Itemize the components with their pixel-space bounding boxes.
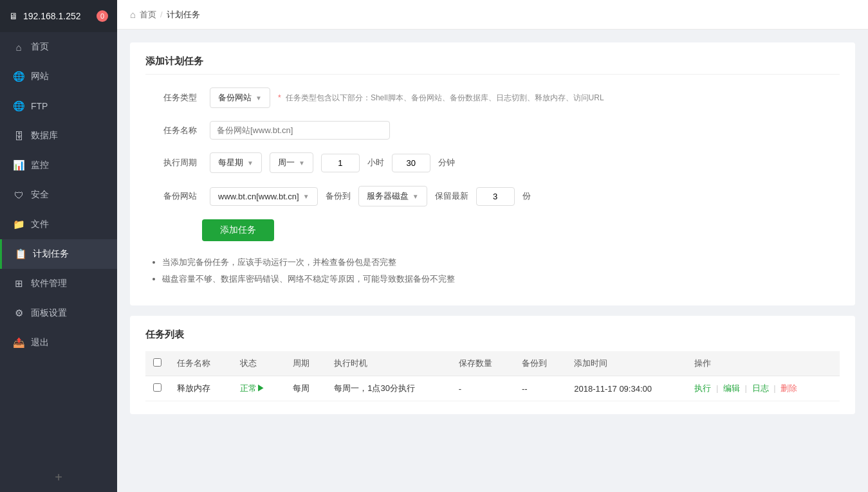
- backup-site-dropdown[interactable]: www.bt.cn[www.bt.cn] ▼: [210, 187, 318, 206]
- backup-site-row: 备份网站 www.bt.cn[www.bt.cn] ▼ 备份到 服务器磁盘 ▼ …: [145, 186, 840, 206]
- sidebar-item-label: 计划任务: [33, 248, 69, 260]
- select-all-checkbox[interactable]: [153, 358, 162, 367]
- database-icon: 🗄: [13, 131, 24, 141]
- website-icon: 🌐: [13, 71, 24, 82]
- sidebar-item-database[interactable]: 🗄 数据库: [0, 121, 117, 150]
- backup-site-value: www.bt.cn[www.bt.cn]: [218, 192, 299, 201]
- sidebar-item-website[interactable]: 🌐 网站: [0, 62, 117, 91]
- task-name-row: 任务名称: [145, 121, 840, 140]
- crontab-icon: 📋: [15, 248, 26, 260]
- keep-latest-input[interactable]: [476, 187, 515, 206]
- task-table: 任务名称 状态 周期 执行时机 保存数量 备份到 添加时间 操作: [145, 351, 840, 401]
- sidebar-item-label: 面板设置: [31, 307, 67, 319]
- delete-action-link[interactable]: 删除: [780, 383, 797, 393]
- sidebar-item-software[interactable]: ⊞ 软件管理: [0, 269, 117, 298]
- breadcrumb: ⌂ 首页 / 计划任务: [117, 0, 868, 30]
- row-backup-to: --: [514, 376, 566, 401]
- monitor-icon: 🖥: [9, 11, 18, 21]
- breadcrumb-sep: /: [160, 10, 163, 19]
- sidebar-item-label: 首页: [31, 41, 49, 53]
- sidebar-item-label: FTP: [31, 101, 48, 111]
- breadcrumb-home[interactable]: 首页: [140, 9, 156, 21]
- sidebar-item-label: 文件: [31, 219, 49, 230]
- sidebar-item-crontab[interactable]: 📋 计划任务: [0, 239, 117, 269]
- task-list-title: 任务列表: [145, 329, 840, 341]
- sidebar-item-security[interactable]: 🛡 安全: [0, 180, 117, 210]
- exec-period-label: 执行周期: [145, 157, 197, 169]
- row-save-count: -: [451, 376, 514, 401]
- ftp-icon: 🌐: [13, 100, 24, 112]
- sidebar-nav: ⌂ 首页 🌐 网站 🌐 FTP 🗄 数据库 📊 监控 🛡 安全 📁 文件 📋: [0, 32, 117, 462]
- exec-period-row: 执行周期 每星期 ▼ 周一 ▼ 小时 分钟: [145, 152, 840, 173]
- row-checkbox[interactable]: [153, 383, 162, 392]
- col-period: 周期: [285, 351, 327, 376]
- row-task-name: 释放内存: [169, 376, 232, 401]
- sidebar-add-button[interactable]: +: [0, 462, 117, 492]
- row-status: 正常▶: [232, 376, 284, 401]
- task-type-row: 任务类型 备份网站 ▼ * 任务类型包含以下部分：Shell脚本、备份网站、备份…: [145, 87, 840, 108]
- note-item: 磁盘容量不够、数据库密码错误、网络不稳定等原因，可能导致数据备份不完整: [162, 271, 840, 287]
- gear-icon: ⚙: [13, 307, 24, 319]
- sidebar-header: 🖥 192.168.1.252 0: [0, 0, 117, 32]
- period-weekly-dropdown[interactable]: 每星期 ▼: [210, 152, 262, 173]
- sidebar-item-files[interactable]: 📁 文件: [0, 210, 117, 239]
- chevron-down-icon: ▼: [303, 193, 309, 200]
- edit-action-link[interactable]: 编辑: [723, 383, 740, 393]
- row-add-time: 2018-11-17 09:34:00: [566, 376, 687, 401]
- sidebar-item-label: 监控: [31, 159, 49, 171]
- period-minute-input[interactable]: [392, 154, 430, 172]
- period-day-dropdown[interactable]: 周一 ▼: [270, 152, 313, 173]
- status-badge: 正常▶: [240, 383, 265, 393]
- task-type-value: 备份网站: [218, 92, 252, 104]
- col-exec-time: 执行时机: [326, 351, 450, 376]
- keep-latest-label: 保留最新: [435, 190, 468, 202]
- col-status: 状态: [232, 351, 284, 376]
- home-icon: ⌂: [13, 42, 24, 53]
- sidebar-item-monitor[interactable]: 📊 监控: [0, 150, 117, 180]
- sidebar-item-panel[interactable]: ⚙ 面板设置: [0, 298, 117, 328]
- sidebar-item-label: 网站: [31, 71, 49, 82]
- row-exec-time: 每周一，1点30分执行: [326, 376, 450, 401]
- row-select-cell: [145, 376, 169, 401]
- minute-unit: 分钟: [438, 157, 455, 169]
- action-sep: |: [745, 383, 747, 393]
- monitor-nav-icon: 📊: [13, 159, 24, 171]
- breadcrumb-current: 计划任务: [167, 9, 200, 21]
- add-button-row: 添加任务: [202, 219, 840, 241]
- server-ip: 192.168.1.252: [23, 11, 81, 21]
- notification-badge: 0: [97, 10, 108, 22]
- col-name: 任务名称: [169, 351, 232, 376]
- task-type-dropdown[interactable]: 备份网站 ▼: [210, 87, 270, 108]
- note-item: 当添加完备份任务，应该手动运行一次，并检查备份包是否完整: [162, 254, 840, 271]
- sidebar-item-home[interactable]: ⌂ 首页: [0, 32, 117, 62]
- period-hour-input[interactable]: [321, 154, 360, 172]
- row-period: 每周: [285, 376, 327, 401]
- select-all-cell: [145, 351, 169, 376]
- hour-unit: 小时: [367, 157, 384, 169]
- chevron-down-icon: ▼: [247, 159, 254, 167]
- plus-icon: +: [55, 470, 62, 485]
- main-content: ⌂ 首页 / 计划任务 添加计划任务 任务类型 备份网站 ▼ * 任务类型包含以…: [117, 0, 868, 492]
- col-save-count: 保存数量: [451, 351, 514, 376]
- chevron-down-icon: ▼: [412, 193, 419, 200]
- backup-to-label: 备份到: [326, 190, 351, 202]
- backup-dest-dropdown[interactable]: 服务器磁盘 ▼: [358, 186, 427, 206]
- chevron-down-icon: ▼: [255, 95, 262, 102]
- page-content: 添加计划任务 任务类型 备份网站 ▼ * 任务类型包含以下部分：Shell脚本、…: [117, 30, 868, 492]
- sidebar-item-logout[interactable]: 📤 退出: [0, 328, 117, 358]
- task-list-section: 任务列表 任务名称 状态 周期 执行时机 保存数量 备份到 添加时间 操: [130, 316, 855, 414]
- col-backup-to: 备份到: [514, 351, 566, 376]
- task-name-input[interactable]: [210, 121, 390, 140]
- run-action-link[interactable]: 执行: [694, 383, 711, 393]
- shield-icon: 🛡: [13, 190, 24, 201]
- backup-to-value: 服务器磁盘: [367, 190, 409, 202]
- backup-site-label: 备份网站: [145, 190, 197, 202]
- sidebar-item-label: 软件管理: [31, 278, 67, 289]
- action-sep: |: [773, 383, 775, 393]
- software-icon: ⊞: [13, 278, 24, 289]
- log-action-link[interactable]: 日志: [752, 383, 769, 393]
- sidebar-item-ftp[interactable]: 🌐 FTP: [0, 91, 117, 121]
- sidebar-item-label: 退出: [31, 337, 49, 349]
- add-task-button[interactable]: 添加任务: [202, 219, 274, 241]
- add-task-section: 添加计划任务 任务类型 备份网站 ▼ * 任务类型包含以下部分：Shell脚本、…: [130, 42, 855, 305]
